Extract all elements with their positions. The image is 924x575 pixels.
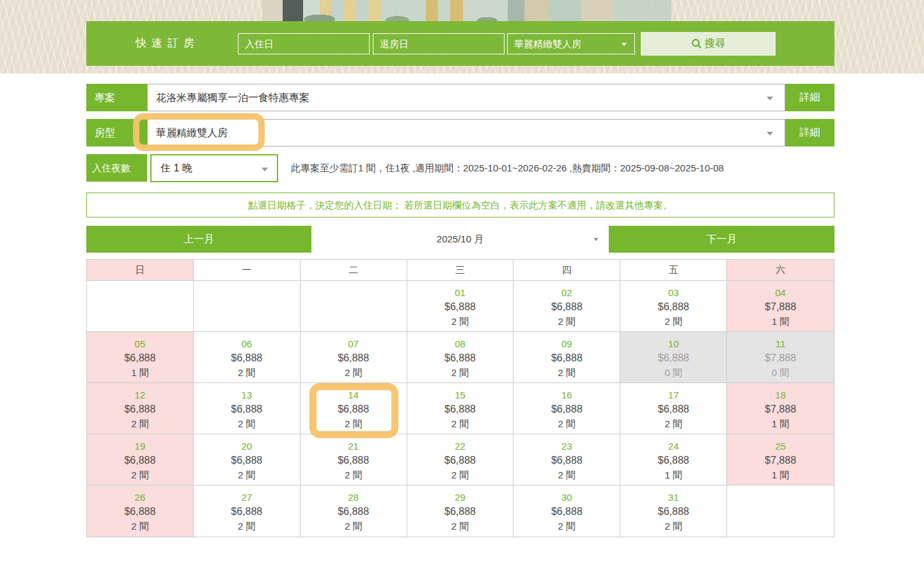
- hotel-watercolor-illustration: [262, 0, 671, 22]
- cell-rooms: 2 間: [301, 417, 407, 431]
- calendar-cell-07[interactable]: 07$6,8882 間: [301, 332, 407, 383]
- calendar-cell-03[interactable]: 03$6,8882 間: [620, 281, 727, 332]
- cell-rooms: 2 間: [513, 468, 620, 482]
- cell-rooms: 2 間: [407, 315, 513, 329]
- cell-price: $6,888: [194, 402, 300, 417]
- room-select[interactable]: 華麗精緻雙人房: [147, 119, 785, 146]
- calendar-cell-30[interactable]: 30$6,8882 間: [513, 485, 620, 537]
- calendar-cell-14[interactable]: 14$6,8882 間: [301, 383, 407, 434]
- cell-date: 25: [727, 439, 834, 453]
- nights-select[interactable]: 住 1 晚: [150, 154, 278, 182]
- calendar-cell-04[interactable]: 04$7,8881 間: [727, 281, 834, 332]
- calendar-cell-25[interactable]: 25$7,8881 間: [727, 434, 834, 485]
- room-type-quick-value: 華麗精緻雙人房: [514, 38, 581, 49]
- calendar-cell-29[interactable]: 29$6,8882 間: [407, 485, 514, 537]
- calendar-cell-02[interactable]: 02$6,8882 間: [513, 281, 620, 332]
- cell-price: $6,888: [407, 453, 513, 468]
- cell-rooms: 2 間: [301, 366, 407, 380]
- cell-rooms: 2 間: [194, 366, 300, 380]
- cell-price: $6,888: [194, 453, 300, 468]
- calendar-cell-08[interactable]: 08$6,8882 間: [407, 332, 514, 383]
- calendar-cell-26[interactable]: 26$6,8882 間: [87, 485, 194, 537]
- weekday-header-0: 日: [87, 260, 194, 280]
- availability-calendar: 日一二三四五六 01$6,8882 間02$6,8882 間03$6,8882 …: [86, 259, 834, 537]
- cell-date: 23: [513, 439, 620, 453]
- cell-rooms: 2 間: [620, 417, 726, 431]
- prev-month-button[interactable]: 上一月: [86, 226, 311, 253]
- cell-rooms: 2 間: [87, 519, 193, 533]
- calendar-cell-31[interactable]: 31$6,8882 間: [620, 485, 727, 537]
- plan-detail-button[interactable]: 詳細: [785, 84, 834, 111]
- calendar-cell-21[interactable]: 21$6,8882 間: [301, 434, 407, 485]
- calendar-cell-28[interactable]: 28$6,8882 間: [301, 485, 407, 537]
- cell-date: 14: [301, 388, 407, 402]
- next-month-button[interactable]: 下一月: [609, 226, 834, 253]
- cell-date: 01: [407, 286, 513, 299]
- calendar-cell-06[interactable]: 06$6,8882 間: [194, 332, 301, 383]
- calendar-cell-11: 11$7,8880 間: [727, 332, 834, 383]
- nights-select-value: 住 1 晚: [161, 162, 192, 173]
- room-detail-button[interactable]: 詳細: [785, 119, 834, 146]
- calendar-cell-27[interactable]: 27$6,8882 間: [194, 485, 301, 537]
- cell-rooms: 2 間: [407, 417, 513, 431]
- calendar-cell-22[interactable]: 22$6,8882 間: [407, 434, 514, 485]
- calendar-cell-24[interactable]: 24$6,8881 間: [620, 434, 727, 485]
- cell-date: 22: [407, 439, 513, 453]
- cell-date: 20: [194, 439, 300, 453]
- cell-price: $6,888: [87, 351, 193, 366]
- calendar-cell-16[interactable]: 16$6,8882 間: [513, 383, 620, 434]
- calendar-cell-15[interactable]: 15$6,8882 間: [407, 383, 514, 434]
- month-select[interactable]: 2025/10 月: [311, 226, 609, 253]
- month-select-value: 2025/10 月: [437, 233, 483, 244]
- plan-select[interactable]: 花洛米專屬獨享一泊一食特惠專案: [147, 84, 785, 111]
- cell-rooms: 2 間: [87, 417, 193, 431]
- calendar-cell-05[interactable]: 05$6,8881 間: [87, 332, 194, 383]
- cell-price: $7,888: [727, 299, 834, 315]
- calendar-cell-13[interactable]: 13$6,8882 間: [194, 383, 301, 434]
- plan-label: 專案: [86, 84, 147, 111]
- caret-down-icon: [262, 168, 268, 171]
- weekday-header-3: 三: [407, 260, 514, 280]
- cell-rooms: 0 間: [620, 366, 726, 380]
- room-type-quick-select[interactable]: 華麗精緻雙人房: [507, 33, 635, 54]
- calendar-cell-empty: [727, 485, 834, 537]
- calendar-weekday-row: 日一二三四五六: [86, 259, 834, 280]
- plan-period-note: 此專案至少需訂1 間，住1夜 ,適用期間：2025-10-01~2026-02-…: [291, 154, 724, 182]
- booking-page: 快速訂房 華麗精緻雙人房 搜尋 專案 花洛米專屬獨享一泊一食特惠專案 詳細 房型…: [0, 0, 924, 575]
- search-button[interactable]: 搜尋: [641, 32, 776, 56]
- cell-price: $6,888: [301, 453, 407, 468]
- checkin-date-input[interactable]: [238, 33, 370, 54]
- calendar-cell-17[interactable]: 17$6,8882 間: [620, 383, 727, 434]
- calendar-cell-09[interactable]: 09$6,8882 間: [513, 332, 620, 383]
- checkout-date-input[interactable]: [373, 33, 505, 54]
- cell-price: $6,888: [513, 504, 620, 519]
- calendar-cell-18[interactable]: 18$7,8881 間: [727, 383, 834, 434]
- room-row: 房型 華麗精緻雙人房 詳細: [86, 119, 834, 146]
- calendar-cell-23[interactable]: 23$6,8882 間: [513, 434, 620, 485]
- cell-date: 16: [513, 388, 620, 402]
- calendar-cell-01[interactable]: 01$6,8882 間: [407, 281, 514, 332]
- cell-rooms: 1 間: [727, 468, 834, 482]
- plan-row: 專案 花洛米專屬獨享一泊一食特惠專案 詳細: [86, 84, 834, 111]
- cell-price: $6,888: [407, 504, 513, 519]
- caret-down-icon: [767, 97, 773, 100]
- cell-date: 15: [407, 388, 513, 402]
- cell-rooms: 1 間: [620, 468, 726, 482]
- cell-price: $6,888: [513, 299, 620, 315]
- cell-price: $6,888: [87, 504, 193, 519]
- calendar-cell-20[interactable]: 20$6,8882 間: [194, 434, 301, 485]
- quick-booking-bar: 快速訂房 華麗精緻雙人房 搜尋: [86, 21, 834, 66]
- weekday-header-5: 五: [620, 260, 727, 280]
- cell-rooms: 2 間: [407, 468, 513, 482]
- cell-date: 02: [513, 286, 620, 299]
- calendar-cell-19[interactable]: 19$6,8882 間: [87, 434, 194, 485]
- weekday-header-6: 六: [727, 260, 834, 280]
- cell-date: 19: [87, 439, 193, 453]
- cell-price: $6,888: [407, 351, 513, 366]
- cell-rooms: 2 間: [407, 519, 513, 533]
- cell-rooms: 2 間: [407, 366, 513, 380]
- nights-row: 入住夜數 住 1 晚 此專案至少需訂1 間，住1夜 ,適用期間：2025-10-…: [86, 154, 834, 182]
- cell-rooms: 2 間: [513, 366, 620, 380]
- calendar-cell-12[interactable]: 12$6,8882 間: [87, 383, 194, 434]
- cell-date: 10: [620, 337, 726, 351]
